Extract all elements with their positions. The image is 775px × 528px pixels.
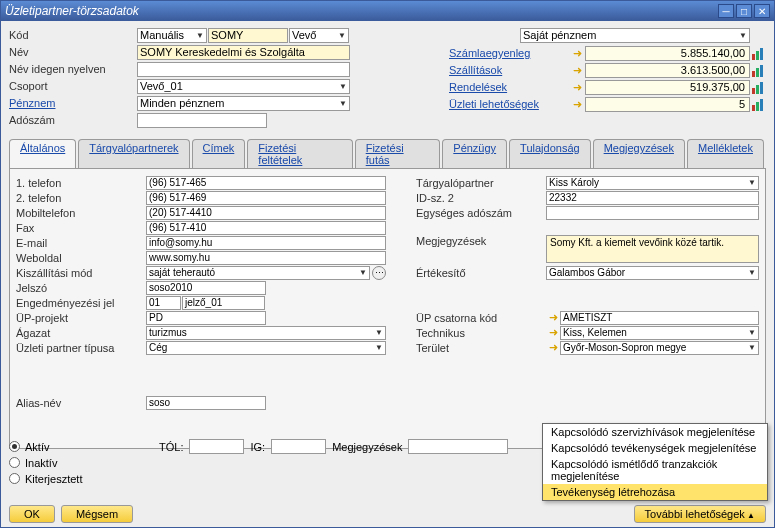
megjegyzesek-label: Megjegyzések <box>416 235 546 247</box>
sajat-penznem-select[interactable]: Saját pénznem <box>520 28 750 43</box>
tab-fizetesi-futas[interactable]: Fizetési futás <box>355 139 441 168</box>
up-projekt-input[interactable]: PD <box>146 311 266 325</box>
adoszam-label: Adószám <box>9 114 137 126</box>
alias-input[interactable]: soso <box>146 396 266 410</box>
tab-penzugy[interactable]: Pénzügy <box>442 139 507 168</box>
megsem-button[interactable]: Mégsem <box>61 505 133 523</box>
email-label: E-mail <box>16 237 146 249</box>
link-arrow-icon[interactable]: ➜ <box>569 47 585 60</box>
radio-inaktiv[interactable] <box>9 457 20 468</box>
menu-item-tevekenyseg-letrehozasa[interactable]: Tevékenység létrehozása <box>543 484 767 500</box>
tab-mellekletek[interactable]: Mellékletek <box>687 139 764 168</box>
penznem-select[interactable]: Minden pénznem <box>137 96 350 111</box>
nev-idegen-input[interactable] <box>137 62 350 77</box>
footer: OK Mégsem További lehetőségek <box>9 505 766 523</box>
email-input[interactable]: info@somy.hu <box>146 236 386 250</box>
web-input[interactable]: www.somy.hu <box>146 251 386 265</box>
inaktiv-label: Inaktív <box>25 457 57 469</box>
up-tipusa-select[interactable]: Cég <box>146 341 386 355</box>
link-arrow-icon[interactable]: ➜ <box>546 311 560 324</box>
link-arrow-icon[interactable]: ➜ <box>569 98 585 111</box>
uzleti-lehetosegek-label[interactable]: Üzleti lehetőségek <box>449 98 569 110</box>
link-arrow-icon[interactable]: ➜ <box>569 81 585 94</box>
web-label: Weboldal <box>16 252 146 264</box>
minimize-button[interactable]: ─ <box>718 4 734 18</box>
menu-item-tevekenysegek[interactable]: Kapcsolódó tevékenységek megjelenítése <box>543 440 767 456</box>
tab-altalanos[interactable]: Általános <box>9 139 76 168</box>
tab-tulajdonsag[interactable]: Tulajdonság <box>509 139 591 168</box>
up-tipusa-label: Üzleti partner típusa <box>16 342 146 354</box>
tab-targyalopartnerek[interactable]: Tárgyalópartnerek <box>78 139 189 168</box>
idsz2-input[interactable]: 22332 <box>546 191 759 205</box>
kod-type-select[interactable]: Vevő <box>289 28 349 43</box>
link-arrow-icon[interactable]: ➜ <box>546 341 560 354</box>
targyalopartner-select[interactable]: Kiss Károly <box>546 176 759 190</box>
ertekesito-select[interactable]: Galambos Gábor <box>546 266 759 280</box>
link-arrow-icon[interactable]: ➜ <box>569 64 585 77</box>
tol-input[interactable] <box>189 439 244 454</box>
engedmeny2-input[interactable]: jelző_01 <box>182 296 265 310</box>
tel2-input[interactable]: (96) 517-469 <box>146 191 386 205</box>
up-csatorna-input[interactable]: AMETISZT <box>560 311 759 325</box>
kod-input[interactable]: SOMY <box>208 28 288 43</box>
idsz2-label: ID-sz. 2 <box>416 192 546 204</box>
rendelesek-value: 519.375,00 <box>585 80 750 95</box>
window-title: Üzletipartner-törzsadatok <box>5 4 716 18</box>
tab-fizetesi-feltetelek[interactable]: Fizetési feltételek <box>247 139 352 168</box>
megjegyzesek-textarea[interactable]: Somy Kft. a kiemelt vevőink közé tartik. <box>546 235 759 263</box>
nev-input[interactable]: SOMY Kereskedelmi és Szolgálta <box>137 45 350 60</box>
jelszo-label: Jelszó <box>16 282 146 294</box>
megjegyzesek-bottom-label: Megjegyzések <box>332 441 402 453</box>
megjegyzesek-bottom-input[interactable] <box>408 439 508 454</box>
rendelesek-label[interactable]: Rendelések <box>449 81 569 93</box>
tab-cimek[interactable]: Címek <box>192 139 246 168</box>
detail-icon[interactable]: ⋯ <box>372 266 386 280</box>
chart-icon[interactable] <box>752 63 766 77</box>
close-button[interactable]: ✕ <box>754 4 770 18</box>
context-menu: Kapcsolódó szervizhívások megjelenítése … <box>542 423 768 501</box>
link-arrow-icon[interactable]: ➜ <box>546 326 560 339</box>
content-area: Kód Manuális SOMY Vevő Név SOMY Keresked… <box>1 21 774 527</box>
main-window: Üzletipartner-törzsadatok ─ □ ✕ Kód Manu… <box>0 0 775 528</box>
egyseges-input[interactable] <box>546 206 759 220</box>
csoport-select[interactable]: Vevő_01 <box>137 79 350 94</box>
ig-label: IG: <box>250 441 265 453</box>
mobil-input[interactable]: (20) 517-4410 <box>146 206 386 220</box>
ok-button[interactable]: OK <box>9 505 55 523</box>
fax-input[interactable]: (96) 517-410 <box>146 221 386 235</box>
chart-icon[interactable] <box>752 97 766 111</box>
szamlaegyenleg-value: 5.855.140,00 <box>585 46 750 61</box>
chart-icon[interactable] <box>752 80 766 94</box>
kod-label: Kód <box>9 29 137 41</box>
kod-mode-select[interactable]: Manuális <box>137 28 207 43</box>
terulet-select[interactable]: Győr-Moson-Sopron megye <box>560 341 759 355</box>
chart-icon[interactable] <box>752 46 766 60</box>
radio-kiterjesztett[interactable] <box>9 473 20 484</box>
tab-megjegyzesek[interactable]: Megjegyzések <box>593 139 685 168</box>
szallitasok-label[interactable]: Szállítások <box>449 64 569 76</box>
ig-input[interactable] <box>271 439 326 454</box>
tovabbi-lehetosegek-button[interactable]: További lehetőségek <box>634 505 766 523</box>
titlebar: Üzletipartner-törzsadatok ─ □ ✕ <box>1 1 774 21</box>
tol-label: TÓL: <box>159 441 183 453</box>
technikus-select[interactable]: Kiss, Kelemen <box>560 326 759 340</box>
szamlaegyenleg-label[interactable]: Számlaegyenleg <box>449 47 569 59</box>
engedmeny1-input[interactable]: 01 <box>146 296 181 310</box>
uzleti-lehetosegek-value: 5 <box>585 97 750 112</box>
terulet-label: Terület <box>416 342 546 354</box>
jelszo-input[interactable]: soso2010 <box>146 281 266 295</box>
menu-item-szervizhivasok[interactable]: Kapcsolódó szervizhívások megjelenítése <box>543 424 767 440</box>
radio-aktiv[interactable] <box>9 441 20 452</box>
agazat-select[interactable]: turizmus <box>146 326 386 340</box>
ertekesito-label: Értékesítő <box>416 267 546 279</box>
up-csatorna-label: ÜP csatorna kód <box>416 312 546 324</box>
fax-label: Fax <box>16 222 146 234</box>
adoszam-input[interactable] <box>137 113 267 128</box>
tel1-input[interactable]: (96) 517-465 <box>146 176 386 190</box>
alias-label: Alias-név <box>16 397 146 409</box>
mobil-label: Mobiltelefon <box>16 207 146 219</box>
kiszallitasi-select[interactable]: saját teherautó <box>146 266 370 280</box>
penznem-label[interactable]: Pénznem <box>9 97 137 109</box>
maximize-button[interactable]: □ <box>736 4 752 18</box>
menu-item-ismetlodo[interactable]: Kapcsolódó ismétlődő tranzakciók megjele… <box>543 456 767 484</box>
